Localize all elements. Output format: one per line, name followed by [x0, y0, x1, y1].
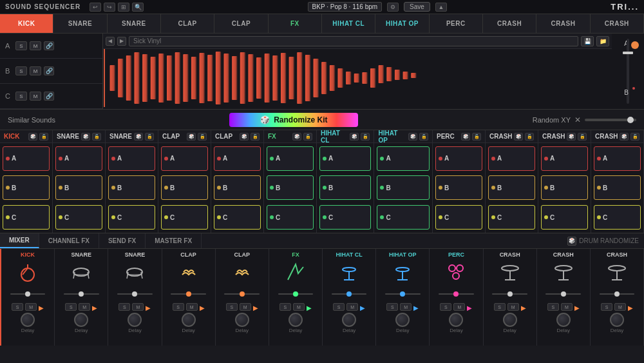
ch-fader-area[interactable]: [56, 288, 106, 300]
ch-knob[interactable]: [503, 313, 517, 327]
seq-row-c[interactable]: C: [488, 205, 535, 230]
ch-knob[interactable]: [182, 313, 196, 327]
seq-row-b[interactable]: B: [541, 175, 588, 200]
ch-solo-btn[interactable]: S: [65, 303, 77, 311]
seq-row-c[interactable]: C: [435, 205, 482, 230]
seq-row-c[interactable]: C: [377, 205, 430, 230]
inst-tab-crash-11[interactable]: CRASH: [591, 14, 644, 33]
ch-mute-btn[interactable]: M: [561, 303, 573, 311]
ch-fader-area[interactable]: [3, 288, 53, 300]
grid-button[interactable]: ⊞: [118, 3, 129, 12]
seq-row-c[interactable]: C: [594, 205, 641, 230]
inst-tab-snare-1[interactable]: SNARE: [53, 14, 107, 33]
mute-btn[interactable]: M: [30, 92, 41, 101]
ch-solo-btn[interactable]: S: [601, 303, 612, 311]
ch-mute-btn[interactable]: M: [25, 303, 37, 311]
seq-dice-icon[interactable]: 🎲: [81, 133, 90, 141]
seq-lock-icon[interactable]: 🔓: [630, 133, 639, 141]
seq-lock-icon[interactable]: 🔓: [361, 133, 370, 141]
mute-btn[interactable]: M: [30, 66, 41, 75]
seq-lock-icon[interactable]: 🔓: [198, 133, 207, 141]
seq-row-a[interactable]: A: [3, 146, 50, 171]
ch-knob[interactable]: [449, 313, 463, 327]
seq-row-c[interactable]: C: [319, 205, 371, 230]
expand-button[interactable]: ▲: [435, 3, 447, 12]
seq-dice-icon[interactable]: 🎲: [567, 133, 576, 141]
seq-row-a[interactable]: A: [541, 146, 588, 171]
ch-solo-btn[interactable]: S: [386, 303, 398, 311]
inst-tab-hihat-op-7[interactable]: HIHAT OP: [375, 14, 429, 33]
link-btn[interactable]: 🔗: [44, 41, 54, 50]
ch-mute-btn[interactable]: M: [346, 303, 358, 311]
ch-mute-btn[interactable]: M: [186, 303, 198, 311]
seq-row-b[interactable]: B: [435, 175, 482, 200]
ch-solo-btn[interactable]: S: [118, 303, 130, 311]
seq-row-c[interactable]: C: [541, 205, 588, 230]
seq-row-a[interactable]: A: [488, 146, 535, 171]
xy-close-button[interactable]: ✕: [574, 115, 581, 124]
seq-row-a[interactable]: A: [55, 146, 102, 171]
ch-fader-area[interactable]: [164, 288, 214, 300]
seq-lock-icon[interactable]: 🔓: [525, 133, 534, 141]
ch-mute-btn[interactable]: M: [293, 303, 305, 311]
seq-row-c[interactable]: C: [214, 205, 261, 230]
ch-solo-btn[interactable]: S: [547, 303, 559, 311]
seq-lock-icon[interactable]: 🔓: [251, 133, 260, 141]
link-btn[interactable]: 🔗: [44, 66, 54, 75]
ch-mute-btn[interactable]: M: [240, 303, 251, 311]
inst-tab-fx-5[interactable]: FX: [269, 14, 322, 33]
waveform-save-icon[interactable]: 💾: [581, 36, 594, 46]
ch-knob[interactable]: [289, 313, 303, 327]
mute-btn[interactable]: M: [30, 41, 41, 50]
waveform-next[interactable]: ▶: [117, 37, 126, 46]
seq-row-a[interactable]: A: [161, 146, 208, 171]
ch-fader-area[interactable]: [270, 288, 321, 300]
redo-button[interactable]: ↪: [104, 3, 115, 12]
seq-lock-icon[interactable]: 🔓: [145, 133, 154, 141]
solo-btn[interactable]: S: [15, 41, 27, 50]
seq-lock-icon[interactable]: 🔓: [303, 133, 312, 141]
ch-solo-btn[interactable]: S: [440, 303, 451, 311]
ch-fader-area[interactable]: [485, 288, 535, 300]
seq-dice-icon[interactable]: 🎲: [350, 133, 359, 141]
seq-row-b[interactable]: B: [108, 175, 155, 200]
ch-knob[interactable]: [395, 313, 410, 327]
ch-solo-btn[interactable]: S: [333, 303, 345, 311]
solo-btn[interactable]: S: [15, 66, 27, 75]
seq-row-b[interactable]: B: [55, 175, 102, 200]
ch-solo-btn[interactable]: S: [12, 303, 23, 311]
ch-knob[interactable]: [128, 313, 142, 327]
drum-rand-icon[interactable]: 🎲: [567, 237, 576, 246]
inst-tab-kick-0[interactable]: KICK: [0, 14, 53, 33]
randomize-kit-button[interactable]: 🎲 Randomize Kit: [229, 113, 358, 127]
seq-row-b[interactable]: B: [319, 175, 371, 200]
seq-row-b[interactable]: B: [488, 175, 535, 200]
waveform-folder-icon[interactable]: 📁: [596, 36, 609, 46]
ch-fader-area[interactable]: [377, 288, 428, 300]
inst-tab-clap-3[interactable]: CLAP: [161, 14, 214, 33]
seq-row-a[interactable]: A: [267, 146, 314, 171]
seq-lock-icon[interactable]: 🔓: [39, 133, 48, 141]
ch-fader-area[interactable]: [538, 288, 589, 300]
seq-dice-icon[interactable]: 🎲: [134, 133, 143, 141]
seq-dice-icon[interactable]: 🎲: [620, 133, 629, 141]
ch-fader-area[interactable]: [109, 288, 160, 300]
ch-fader-area[interactable]: [324, 288, 374, 300]
seq-row-a[interactable]: A: [214, 146, 261, 171]
seq-row-c[interactable]: C: [161, 205, 208, 230]
ch-fader-area[interactable]: [592, 288, 642, 300]
mixer-tab-channel-fx[interactable]: CHANNEL FX: [39, 233, 99, 248]
seq-dice-icon[interactable]: 🎲: [408, 133, 417, 141]
seq-row-c[interactable]: C: [108, 205, 155, 230]
seq-row-b[interactable]: B: [267, 175, 314, 200]
seq-row-c[interactable]: C: [55, 205, 102, 230]
link-btn[interactable]: 🔗: [44, 92, 54, 101]
ch-knob[interactable]: [342, 313, 356, 327]
ch-mute-btn[interactable]: M: [132, 303, 144, 311]
mixer-tab-send-fx[interactable]: SEND FX: [99, 233, 146, 248]
seq-lock-icon[interactable]: 🔓: [92, 133, 101, 141]
ch-mute-btn[interactable]: M: [400, 303, 412, 311]
seq-row-b[interactable]: B: [594, 175, 641, 200]
ch-knob[interactable]: [235, 313, 249, 327]
solo-btn[interactable]: S: [15, 92, 27, 101]
